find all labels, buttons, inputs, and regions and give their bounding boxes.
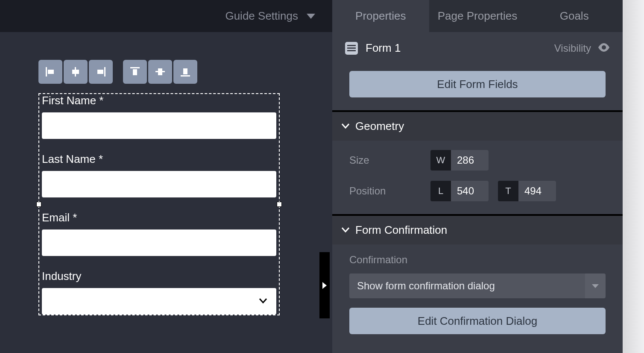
tab-properties[interactable]: Properties [332,0,429,32]
left-input[interactable] [451,181,489,201]
top-input[interactable] [518,181,556,201]
form-field: Email * [39,211,279,256]
form-field: First Name * [39,94,279,139]
alignment-toolbar [38,60,332,84]
top-prefix: T [498,181,518,201]
element-title: Form 1 [366,41,401,55]
align-center-h-button[interactable] [64,60,88,84]
panel-body: Form 1 Visibility Edit Form Fields Geome… [332,32,623,353]
align-center-v-button[interactable] [148,60,172,84]
section-title: Geometry [355,120,404,133]
size-label: Size [349,154,430,166]
panel-expander[interactable] [319,252,330,318]
chevron-down-icon [592,284,599,288]
field-label: First Name * [42,94,276,107]
resize-handle-right[interactable] [277,202,282,207]
svg-rect-0 [46,67,47,76]
chevron-right-icon [322,282,327,289]
canvas-panel: Guide Settings [0,0,332,353]
canvas[interactable]: First Name * Last Name * Email * Industr… [0,32,332,353]
section-title: Form Confirmation [355,224,447,237]
form-field: Industry [39,270,279,315]
svg-rect-9 [158,68,162,75]
guide-settings-dropdown[interactable]: Guide Settings [225,9,315,23]
field-label: Email * [42,211,276,224]
svg-rect-10 [181,75,190,76]
align-top-button[interactable] [123,60,147,84]
first-name-input[interactable] [42,112,276,139]
geometry-header[interactable]: Geometry [332,112,623,141]
guide-header: Guide Settings [0,0,332,32]
form-field: Last Name * [39,153,279,197]
svg-rect-5 [97,70,103,74]
confirmation-select[interactable]: Show form confirmation dialog [349,274,585,298]
left-prefix: L [430,181,451,201]
align-left-button[interactable] [38,60,62,84]
resize-handle-left[interactable] [36,202,41,207]
properties-panel: Properties Page Properties Goals Form 1 … [332,0,623,353]
chevron-down-icon [342,227,349,234]
confirmation-section: Form Confirmation Confirmation Show form… [332,214,623,334]
tab-goals[interactable]: Goals [526,0,623,32]
form-icon [345,42,358,55]
field-label: Industry [42,270,276,283]
confirmation-label: Confirmation [349,254,606,266]
element-header: Form 1 Visibility [332,32,623,64]
align-right-button[interactable] [89,60,113,84]
width-prefix: W [430,150,451,171]
tab-page-properties[interactable]: Page Properties [429,0,526,32]
svg-rect-4 [104,67,105,76]
svg-rect-3 [72,70,79,74]
svg-rect-11 [183,68,187,74]
field-label: Last Name * [42,153,276,166]
visibility-group: Visibility [554,42,610,54]
last-name-input[interactable] [42,171,276,197]
eye-icon[interactable] [598,42,610,54]
industry-select[interactable] [42,288,276,315]
email-input[interactable] [42,229,276,256]
chevron-down-icon [307,14,315,19]
confirmation-header[interactable]: Form Confirmation [332,216,623,244]
panel-tabs: Properties Page Properties Goals [332,0,623,32]
scrollbar-track[interactable] [623,0,644,353]
align-bottom-button[interactable] [173,60,197,84]
position-label: Position [349,185,430,197]
svg-rect-1 [48,70,54,74]
visibility-label: Visibility [554,42,591,54]
form-element-selection[interactable]: First Name * Last Name * Email * Industr… [38,93,280,315]
edit-form-fields-button[interactable]: Edit Form Fields [349,71,606,97]
confirmation-select-toggle[interactable] [585,274,606,298]
svg-rect-7 [133,69,137,75]
width-input[interactable] [451,150,489,171]
edit-confirmation-dialog-button[interactable]: Edit Confirmation Dialog [349,308,606,334]
chevron-down-icon [342,123,349,130]
guide-settings-label: Guide Settings [225,9,298,23]
svg-rect-6 [130,67,140,68]
geometry-section: Geometry Size W Position [332,110,623,214]
